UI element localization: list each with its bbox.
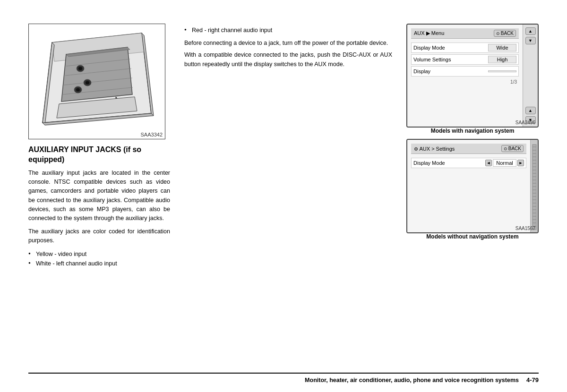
nonav-display-controls: ◄ Normal ► <box>485 159 524 167</box>
nav-scroll-up-button[interactable]: ▲ <box>525 107 536 114</box>
nav-top-bar: AUX ▶ Menu ⊙ BACK <box>411 28 519 39</box>
nav-page-num: 1/3 <box>411 79 519 85</box>
right-column: AUX ▶ Menu ⊙ BACK Display Mode Wide <box>406 24 539 270</box>
diagram-box: SAA3342 <box>28 24 165 139</box>
nav-main-area: AUX ▶ Menu ⊙ BACK Display Mode Wide <box>407 25 523 127</box>
nav-row-volume-label: Volume Settings <box>413 57 488 62</box>
nav-row-display-mode-label: Display Mode <box>413 45 488 51</box>
nav-row-display-mode-value: Wide <box>488 44 516 51</box>
svg-rect-21 <box>533 145 536 230</box>
nonav-top-label: ⚙ AUX > Settings <box>414 146 455 152</box>
bullet-white: White - left channel audio input <box>28 259 170 268</box>
nav-saa-label: SAA2496 <box>515 120 535 125</box>
diagram-label: SAA3342 <box>141 132 163 137</box>
nonav-top-text: AUX > Settings <box>419 146 455 152</box>
nonav-back-button[interactable]: ⊙ BACK <box>501 145 524 152</box>
nonav-screen-container: ⚙ AUX > Settings ⊙ BACK Display Mo <box>406 139 539 240</box>
nonav-saa-label: SAA1567 <box>515 226 535 231</box>
nonav-row-display-mode-label: Display Mode <box>413 160 485 166</box>
nav-screen-container: AUX ▶ Menu ⊙ BACK Display Mode Wide <box>406 24 539 134</box>
page-container: SAA3342 AUXILIARY INPUT JACKS (if so equ… <box>0 0 567 392</box>
nonav-screen-caption: Models without navigation system <box>406 233 539 240</box>
nonav-back-label: BACK <box>508 146 521 151</box>
mid-para2: With a compatible device connected to th… <box>184 51 392 69</box>
nav-side-controls: ▲ ▼ ▲ ▼ <box>523 25 538 127</box>
nonav-back-circle-icon: ⊙ <box>504 146 507 151</box>
back-circle-icon: ⊙ <box>496 31 500 36</box>
bullet-red: Red - right channel audio input <box>184 26 392 35</box>
nonav-dial-svg <box>531 140 538 233</box>
nonav-screen-inner: ⚙ AUX > Settings ⊙ BACK Display Mo <box>407 140 538 232</box>
nonav-main-area: ⚙ AUX > Settings ⊙ BACK Display Mo <box>407 140 530 232</box>
footer-page-number: 4-79 <box>526 376 539 383</box>
aux-para2: The auxiliary jacks are color coded for … <box>28 227 170 246</box>
aux-bullet-list: Yellow - video input White - left channe… <box>28 249 170 268</box>
nonav-display-value: Normal <box>493 159 516 167</box>
nonav-right-arrow-button[interactable]: ► <box>517 160 524 166</box>
nav-row-display-mode: Display Mode Wide <box>411 43 519 53</box>
nav-row-display: Display <box>411 66 519 77</box>
nav-up-button[interactable]: ▲ <box>525 27 536 35</box>
nav-screen-caption: Models with navigation system <box>406 128 539 134</box>
main-content: SAA3342 AUXILIARY INPUT JACKS (if so equ… <box>28 24 539 270</box>
nav-top-label: AUX ▶ Menu <box>414 30 444 36</box>
nonav-top-bar: ⚙ AUX > Settings ⊙ BACK <box>411 144 526 154</box>
nav-screen-inner: AUX ▶ Menu ⊙ BACK Display Mode Wide <box>407 25 538 127</box>
mid-para1: Before connecting a device to a jack, tu… <box>184 39 392 48</box>
nav-row-display-value <box>488 70 516 72</box>
nonav-left-arrow-button[interactable]: ◄ <box>485 160 492 166</box>
bullet-yellow: Yellow - video input <box>28 249 170 259</box>
nonav-side-controls <box>530 140 538 232</box>
mid-bullet-list: Red - right channel audio input <box>184 26 392 35</box>
nav-row-volume-value: High <box>488 56 516 63</box>
diagram-interior <box>29 24 165 139</box>
settings-icon: ⚙ <box>414 146 418 152</box>
nav-back-label: BACK <box>501 31 514 36</box>
aux-heading: AUXILIARY INPUT JACKS (if so equipped) <box>28 145 170 165</box>
page-footer: Monitor, heater, air conditioner, audio,… <box>28 373 539 383</box>
nav-back-button[interactable]: ⊙ BACK <box>494 30 516 37</box>
nav-down-button[interactable]: ▼ <box>525 37 536 44</box>
nav-row-display-label: Display <box>413 68 488 74</box>
left-column: SAA3342 AUXILIARY INPUT JACKS (if so equ… <box>28 24 170 270</box>
nonav-row-display-mode: Display Mode ◄ Normal ► <box>411 158 526 168</box>
aux-para1: The auxiliary input jacks are located in… <box>28 169 170 223</box>
footer-text: Monitor, heater, air conditioner, audio,… <box>305 377 519 383</box>
nav-device-screen: AUX ▶ Menu ⊙ BACK Display Mode Wide <box>406 24 539 128</box>
svg-point-15 <box>86 81 89 85</box>
middle-column: Red - right channel audio input Before c… <box>184 24 392 270</box>
console-svg <box>33 28 161 135</box>
nav-row-volume: Volume Settings High <box>411 54 519 65</box>
svg-point-17 <box>76 88 80 92</box>
svg-point-13 <box>78 67 82 70</box>
nonav-device-screen: ⚙ AUX > Settings ⊙ BACK Display Mo <box>406 139 539 233</box>
